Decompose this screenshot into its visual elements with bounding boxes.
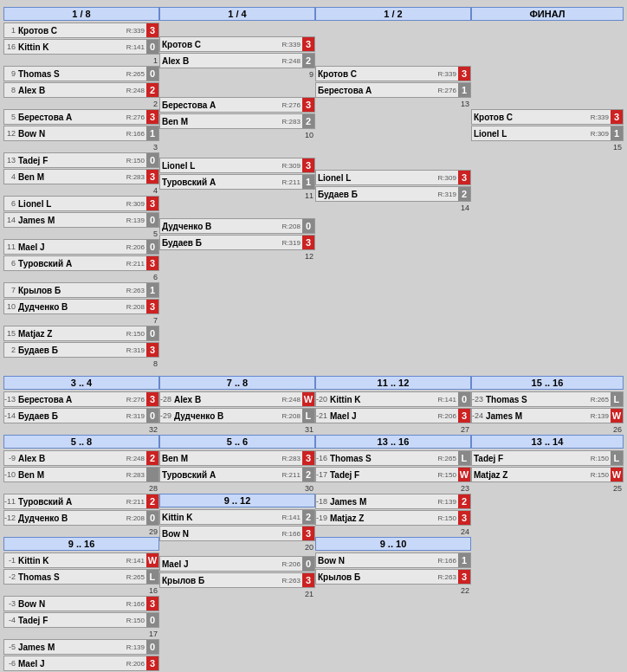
score: 3 xyxy=(302,236,314,249)
player-name: Туровский А xyxy=(16,497,125,507)
table-row: -5 James M R:139 0 xyxy=(3,639,159,655)
table-row: -28 Alex B R:248 W xyxy=(159,391,315,407)
score: 3 xyxy=(146,597,158,611)
table-row: Bow N R:166 3 xyxy=(159,526,315,541)
score: L xyxy=(146,570,158,584)
seed: -19 xyxy=(316,514,328,522)
score: 0 xyxy=(146,409,158,423)
score: 3 xyxy=(458,409,470,423)
match-32: -13 Берестова А R:276 3 -14 Будаев Б R:3… xyxy=(3,391,159,424)
rating: R:248 xyxy=(125,455,146,462)
match-13: Кротов С R:339 3 Берестова А R:276 1 xyxy=(315,66,471,99)
match-number: 2 xyxy=(3,100,159,108)
score: 3 xyxy=(146,197,158,210)
table-row: -23 Thomas S R:265 L xyxy=(471,391,624,407)
player-name: Туровский А xyxy=(160,470,281,480)
rating: R:141 xyxy=(281,514,302,521)
match-6: 11 Mael J R:206 0 6 Туровский А R:211 3 xyxy=(3,239,159,272)
rating: R:263 xyxy=(436,573,458,581)
match-25: Tadej F R:150 L Matjaz Z R:150 W xyxy=(471,450,624,483)
table-row: 2 Будаев Б R:319 3 xyxy=(3,342,159,358)
match-number: 22 xyxy=(315,587,471,595)
match-4: 13 Tadej F R:150 0 4 Ben M R:283 3 xyxy=(3,152,159,185)
score: 1 xyxy=(458,83,470,97)
table-row: -12 Дудченко В R:208 0 xyxy=(3,510,159,526)
table-row: 16 Kittin K R:141 0 xyxy=(3,39,159,55)
match-number: 10 xyxy=(159,132,315,139)
match-number: 8 xyxy=(3,360,159,368)
bracket-container: 1 / 8 1 Кротов С R:339 3 16 Kittin K R:1… xyxy=(0,0,627,672)
player-name: Дудченко В xyxy=(16,302,125,312)
table-row: Lionel L R:309 3 xyxy=(315,170,471,185)
score: 3 xyxy=(146,300,158,313)
bottom-section: 3 .. 4 -13 Берестова А R:276 3 -14 Будае… xyxy=(3,376,624,672)
rating: R:141 xyxy=(125,557,146,565)
rating: R:150 xyxy=(125,617,146,624)
match-number: 12 xyxy=(159,253,315,261)
rating: R:211 xyxy=(125,498,146,506)
rating: R:309 xyxy=(436,174,458,182)
player-name: Thomas S xyxy=(484,395,589,404)
rating: R:206 xyxy=(125,660,146,668)
match-11: Lionel L R:309 3 Туровский А R:211 1 xyxy=(159,158,315,191)
rating: R:208 xyxy=(125,514,146,522)
seed: 12 xyxy=(4,129,16,138)
player-name: Lionel L xyxy=(472,129,589,139)
b9-header: 9 .. 16 xyxy=(3,537,159,551)
rating: R:166 xyxy=(436,557,458,565)
seed: 6 xyxy=(4,259,16,268)
score: W xyxy=(611,409,623,423)
seed: -6 xyxy=(4,659,16,668)
col-b4: 15 .. 16 -23 Thomas S R:265 L -24 James … xyxy=(471,376,624,672)
table-row: Туровский А R:211 2 xyxy=(159,467,315,482)
rating: R:283 xyxy=(125,471,146,479)
score: 3 xyxy=(458,511,470,525)
final-round: ФИНАЛ Кротов С R:339 3 Lionel L R:309 1 … xyxy=(471,7,624,369)
score: 0 xyxy=(146,67,158,81)
table-row: 5 Берестова А R:276 3 xyxy=(3,109,159,125)
table-row: Alex B R:248 2 xyxy=(159,53,315,68)
match-number: 16 xyxy=(3,587,159,595)
player-name: Mael J xyxy=(328,411,436,421)
match-20: Kittin K R:141 2 Bow N R:166 3 xyxy=(159,509,315,542)
match-number: 27 xyxy=(315,426,471,434)
player-name: Thomas S xyxy=(328,454,436,463)
match-number: 25 xyxy=(471,485,624,493)
match-number: 29 xyxy=(3,528,159,536)
table-row: Bow N R:166 1 xyxy=(315,552,471,568)
score: 2 xyxy=(146,494,158,508)
seed: -18 xyxy=(316,497,328,506)
table-row: -20 Kittin K R:141 0 xyxy=(315,391,471,407)
player-name: James M xyxy=(484,411,589,421)
score: 0 xyxy=(146,40,158,54)
player-name: Дудченко В xyxy=(16,514,125,523)
match-7: 7 Крылов Б R:263 1 10 Дудченко В R:208 3 xyxy=(3,282,159,315)
score: L xyxy=(611,451,623,465)
match-number: 13 xyxy=(315,100,471,108)
match-number: 3 xyxy=(3,144,159,152)
player-name: Дудченко В xyxy=(160,222,281,231)
score: 0 xyxy=(146,511,158,525)
match-31: -28 Alex B R:248 W -29 Дудченко В R:208 … xyxy=(159,391,315,424)
b7-header: 13 .. 16 xyxy=(315,435,471,449)
rating: R:339 xyxy=(436,70,458,78)
rating: R:248 xyxy=(125,87,146,94)
seed: 2 xyxy=(4,346,16,354)
seed: 7 xyxy=(4,286,16,294)
table-row: -16 Thomas S R:265 L xyxy=(315,450,471,466)
seed: -5 xyxy=(4,643,16,651)
score: 3 xyxy=(458,171,470,184)
player-name: Matjaz Z xyxy=(472,470,589,480)
col-b1: 3 .. 4 -13 Берестова А R:276 3 -14 Будае… xyxy=(3,376,159,672)
seed: 9 xyxy=(4,69,16,78)
rating: R:283 xyxy=(281,118,302,126)
table-row: 14 James M R:139 0 xyxy=(3,212,159,228)
score: 0 xyxy=(146,613,158,627)
match-9: Кротов С R:339 3 Alex B R:248 2 xyxy=(159,36,315,69)
seed: 11 xyxy=(4,242,16,251)
table-row: 12 Bow N R:166 1 xyxy=(3,126,159,141)
b2-header: 7 .. 8 xyxy=(159,376,315,390)
player-name: Туровский А xyxy=(160,178,281,187)
rating: R:265 xyxy=(589,396,611,404)
player-name: Tadej F xyxy=(328,470,436,480)
